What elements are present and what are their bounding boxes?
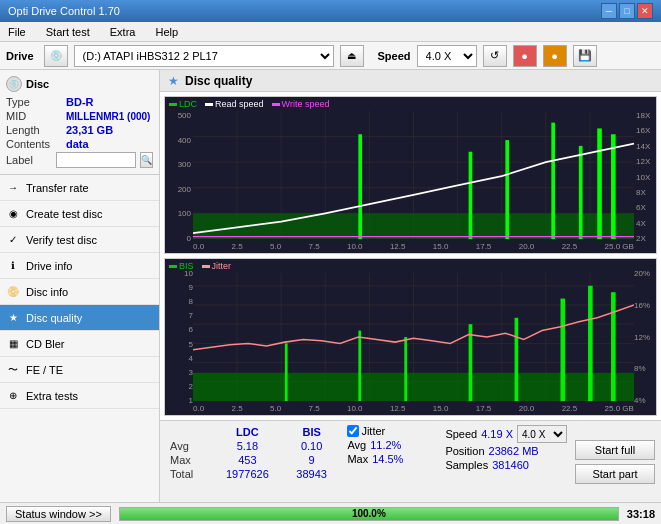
disc-contents-val: data (66, 138, 153, 150)
color-btn1[interactable]: ● (513, 45, 537, 67)
label-search-btn[interactable]: 🔍 (140, 152, 153, 168)
disc-header: 💿 Disc (6, 76, 153, 92)
jitter-section: Jitter Avg 11.2% Max 14.5% (347, 425, 437, 498)
svg-rect-16 (505, 140, 509, 239)
main-layout: 💿 Disc Type BD-R MID MILLENMR1 (000) Len… (0, 70, 661, 502)
max-label: Max (166, 453, 211, 467)
avg-label: Avg (166, 439, 211, 453)
sidebar-item-transfer[interactable]: → Transfer rate (0, 175, 159, 201)
disc-length-val: 23,31 GB (66, 124, 153, 136)
sidebar-item-discinfo-label: Disc info (26, 286, 68, 298)
svg-rect-18 (579, 146, 583, 239)
sidebar-item-driveinfo[interactable]: ℹ Drive info (0, 253, 159, 279)
menu-starttest[interactable]: Start test (42, 24, 94, 40)
menu-extra[interactable]: Extra (106, 24, 140, 40)
svg-rect-41 (515, 318, 519, 401)
progress-bar: 100.0% (119, 507, 619, 521)
start-part-button[interactable]: Start part (575, 464, 655, 484)
position-label: Position (445, 445, 484, 457)
sidebar-item-extra[interactable]: ⊕ Extra tests (0, 383, 159, 409)
stats-bar: LDC BIS Avg 5.18 0.10 Max 453 9 Total (160, 420, 661, 502)
svg-rect-43 (588, 286, 593, 401)
sidebar-item-fete[interactable]: 〜 FE / TE (0, 357, 159, 383)
verify-icon: ✓ (6, 233, 20, 247)
legend-ldc: LDC (169, 99, 197, 109)
ldc-chart: LDC Read speed Write speed 500 400 30 (164, 96, 657, 254)
disc-mid-val: MILLENMR1 (000) (66, 111, 153, 122)
writespeed-dot (272, 103, 280, 106)
disc-contents-key: Contents (6, 138, 66, 150)
sidebar-item-verify[interactable]: ✓ Verify test disc (0, 227, 159, 253)
titlebar: Opti Drive Control 1.70 ─ □ ✕ (0, 0, 661, 22)
disc-contents-row: Contents data (6, 138, 153, 150)
speed-label-stat: Speed (445, 428, 477, 440)
bis-header: BIS (284, 425, 339, 439)
jitter-label: Jitter (361, 425, 385, 437)
ldc-legend: LDC Read speed Write speed (169, 99, 329, 109)
drive-label: Drive (6, 50, 34, 62)
menubar: File Start test Extra Help (0, 22, 661, 42)
ldc-svg (193, 111, 634, 239)
maximize-button[interactable]: □ (619, 3, 635, 19)
drive-icon-btn[interactable]: 💿 (44, 45, 68, 67)
disc-type-key: Type (6, 96, 66, 108)
speed-stat-select[interactable]: 4.0 X (517, 425, 567, 443)
ldc-y-right: 18X 16X 14X 12X 10X 8X 6X 4X 2X (634, 97, 656, 253)
legend-jitter: Jitter (202, 261, 232, 271)
start-full-button[interactable]: Start full (575, 440, 655, 460)
disc-icon: 💿 (6, 76, 22, 92)
ldc-x-axis: 0.0 2.5 5.0 7.5 10.0 12.5 15.0 17.5 20.0… (193, 242, 634, 251)
jitter-check-row: Jitter (347, 425, 437, 437)
svg-rect-14 (358, 134, 362, 239)
menu-file[interactable]: File (4, 24, 30, 40)
jitter-avg-row: Avg 11.2% (347, 439, 437, 451)
total-label: Total (166, 467, 211, 481)
ldc-header: LDC (211, 425, 284, 439)
sidebar-item-discinfo[interactable]: 📀 Disc info (0, 279, 159, 305)
jitter-avg-val: 11.2% (370, 439, 401, 451)
ldc-svg-wrap (193, 111, 634, 239)
legend-ldc-label: LDC (179, 99, 197, 109)
svg-rect-19 (597, 128, 602, 239)
avg-bis: 0.10 (284, 439, 339, 453)
menu-help[interactable]: Help (151, 24, 182, 40)
speed-select[interactable]: 4.0 X (417, 45, 477, 67)
sidebar-item-create[interactable]: ◉ Create test disc (0, 201, 159, 227)
extra-icon: ⊕ (6, 389, 20, 403)
speed-value: 4.19 X (481, 428, 513, 440)
svg-rect-40 (469, 324, 473, 401)
bis-y-right: 20% 16% 12% 8% 4% (634, 259, 656, 415)
disc-type-row: Type BD-R (6, 96, 153, 108)
charts-area: LDC Read speed Write speed 500 400 30 (160, 92, 661, 420)
transfer-icon: → (6, 181, 20, 195)
bis-dot (169, 265, 177, 268)
fete-icon: 〜 (6, 363, 20, 377)
sidebar-item-cdbler[interactable]: ▦ CD Bler (0, 331, 159, 357)
refresh-button[interactable]: ↺ (483, 45, 507, 67)
save-button[interactable]: 💾 (573, 45, 597, 67)
stats-data-table: LDC BIS Avg 5.18 0.10 Max 453 9 Total (166, 425, 339, 481)
svg-rect-15 (469, 152, 473, 239)
drive-select[interactable]: (D:) ATAPI iHBS312 2 PL17 (74, 45, 334, 67)
eject-button[interactable]: ⏏ (340, 45, 364, 67)
app-title: Opti Drive Control 1.70 (8, 5, 120, 17)
svg-rect-20 (611, 134, 616, 239)
svg-rect-38 (358, 331, 361, 401)
progress-text: 100.0% (120, 508, 618, 520)
sidebar-item-driveinfo-label: Drive info (26, 260, 72, 272)
sidebar-item-discquality-label: Disc quality (26, 312, 82, 324)
discinfo-icon: 📀 (6, 285, 20, 299)
drivebar: Drive 💿 (D:) ATAPI iHBS312 2 PL17 ⏏ Spee… (0, 42, 661, 70)
label-input[interactable] (56, 152, 136, 168)
svg-rect-42 (561, 299, 566, 401)
color-btn2[interactable]: ● (543, 45, 567, 67)
close-button[interactable]: ✕ (637, 3, 653, 19)
avg-ldc: 5.18 (211, 439, 284, 453)
status-window-button[interactable]: Status window >> (6, 506, 111, 522)
minimize-button[interactable]: ─ (601, 3, 617, 19)
jitter-checkbox[interactable] (347, 425, 359, 437)
max-bis: 9 (284, 453, 339, 467)
sidebar-item-discquality[interactable]: ★ Disc quality (0, 305, 159, 331)
legend-readspeed-label: Read speed (215, 99, 264, 109)
sidebar-item-verify-label: Verify test disc (26, 234, 97, 246)
